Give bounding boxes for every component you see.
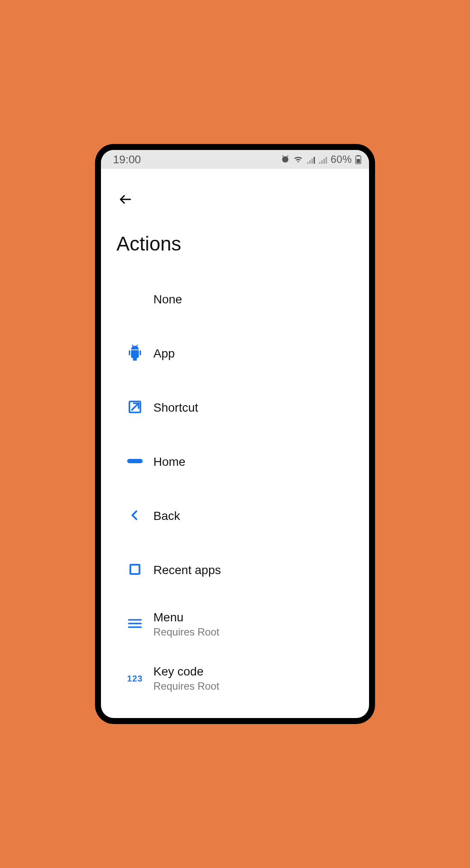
svg-rect-1 bbox=[357, 155, 360, 156]
svg-line-6 bbox=[132, 345, 133, 346]
action-label: Back bbox=[153, 509, 354, 523]
battery-icon bbox=[355, 155, 361, 164]
signal-1-icon bbox=[306, 155, 315, 164]
app-content: Actions None bbox=[101, 169, 369, 718]
svg-rect-4 bbox=[129, 350, 130, 355]
home-pill-icon bbox=[126, 458, 143, 466]
screen: 19:00 60% bbox=[101, 150, 369, 718]
svg-rect-10 bbox=[127, 459, 143, 463]
svg-line-9 bbox=[132, 403, 139, 410]
action-label: None bbox=[153, 293, 354, 306]
action-item-menu[interactable]: Menu Requires Root bbox=[116, 597, 354, 651]
status-time: 19:00 bbox=[113, 153, 141, 166]
svg-rect-2 bbox=[357, 159, 360, 163]
action-item-recent-apps[interactable]: Recent apps bbox=[116, 543, 354, 597]
svg-rect-11 bbox=[130, 565, 139, 574]
square-icon bbox=[128, 562, 142, 578]
toolbar bbox=[116, 182, 354, 223]
svg-rect-5 bbox=[140, 350, 141, 355]
action-item-key-code[interactable]: 123 Key code Requires Root bbox=[116, 651, 354, 706]
action-item-back[interactable]: Back bbox=[116, 489, 354, 543]
action-label: App bbox=[153, 347, 354, 361]
arrow-left-icon bbox=[118, 202, 133, 208]
action-label: Key code bbox=[153, 665, 354, 679]
open-in-new-icon bbox=[128, 400, 142, 416]
action-label: Menu bbox=[153, 611, 354, 624]
status-right: 60% bbox=[281, 153, 361, 165]
action-item-none[interactable]: None bbox=[116, 272, 354, 327]
action-subtitle: Requires Root bbox=[153, 680, 354, 692]
back-button[interactable] bbox=[116, 190, 134, 210]
chevron-left-icon bbox=[129, 508, 141, 524]
menu-icon bbox=[128, 618, 142, 631]
svg-line-7 bbox=[137, 345, 137, 346]
action-item-app[interactable]: App bbox=[116, 327, 354, 381]
signal-2-icon bbox=[318, 155, 327, 164]
android-icon bbox=[127, 344, 143, 363]
action-label: Recent apps bbox=[153, 563, 354, 577]
device-frame: 19:00 60% bbox=[95, 144, 375, 724]
action-item-shortcut[interactable]: Shortcut bbox=[116, 381, 354, 435]
action-subtitle: Requires Root bbox=[153, 626, 354, 638]
status-bar: 19:00 60% bbox=[101, 150, 369, 169]
action-label: Shortcut bbox=[153, 401, 354, 415]
action-item-home[interactable]: Home bbox=[116, 435, 354, 489]
battery-percent: 60% bbox=[330, 153, 352, 165]
keycode-icon: 123 bbox=[127, 674, 143, 684]
page-title: Actions bbox=[116, 223, 354, 268]
alarm-icon bbox=[281, 155, 290, 164]
action-label: Home bbox=[153, 455, 354, 469]
actions-list: None bbox=[116, 268, 354, 706]
wifi-icon bbox=[293, 155, 303, 164]
